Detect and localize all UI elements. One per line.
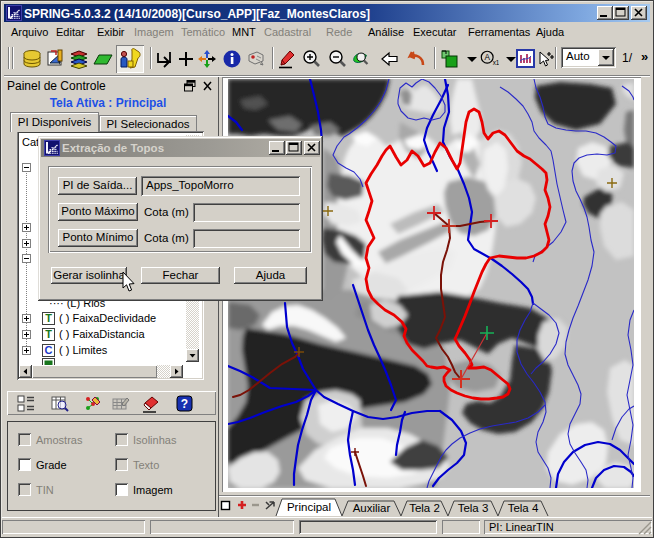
svg-text:x1: x1 <box>493 59 499 66</box>
svg-text:T: T <box>45 328 52 340</box>
svg-text:A: A <box>484 53 490 62</box>
svg-text:T: T <box>45 312 52 324</box>
svg-text:?: ? <box>181 397 188 411</box>
svg-text:C: C <box>45 344 53 356</box>
